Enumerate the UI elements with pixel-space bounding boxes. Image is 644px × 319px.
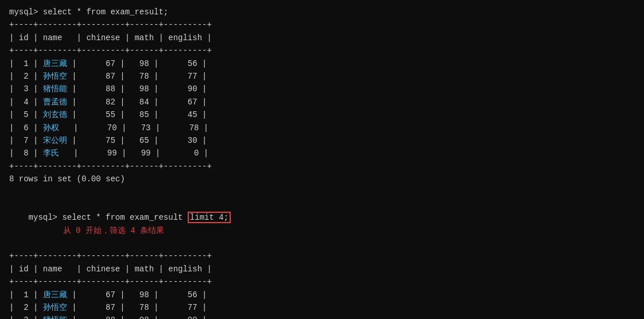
table-row: | 3 | 猪悟能 | 88 | 98 | 90 | [9, 83, 635, 95]
table-row: | 7 | 宋公明 | 75 | 65 | 30 | [9, 134, 635, 147]
comment-text: 从 0 开始，筛选 4 条结果 [63, 224, 164, 237]
query1-line: mysql> select * from exam_result; [9, 6, 635, 18]
query2-highlight: limit 4; [188, 212, 231, 223]
table-row: | 2 | 孙悟空 | 87 | 78 | 77 | [9, 301, 635, 314]
table-row: | 5 | 刘玄德 | 55 | 85 | 45 | [9, 108, 635, 121]
table-row: | 1 | 唐三藏 | 67 | 98 | 56 | [9, 289, 635, 301]
query2-prefix: mysql> select * from exam_result [29, 213, 188, 222]
table2-header: | id | name | chinese | math | english | [9, 263, 635, 275]
blank-line [9, 185, 635, 198]
sep1-top: +----+--------+---------+------+--------… [9, 18, 635, 31]
query2-line: mysql> select * from exam_result limit 4… [9, 199, 635, 250]
table-row: | 8 | 李氏 | 99 | 99 | 0 | [9, 147, 635, 160]
sep1-bot: +----+--------+---------+------+--------… [9, 160, 635, 173]
sep2-top: +----+--------+---------+------+--------… [9, 250, 635, 262]
sep1-mid: +----+--------+---------+------+--------… [9, 44, 635, 57]
header2-math: math [134, 264, 154, 274]
sep2-mid: +----+--------+---------+------+--------… [9, 275, 635, 288]
table-row: | 6 | 孙权 | 70 | 73 | 78 | [9, 122, 635, 134]
table-row: | 2 | 孙悟空 | 87 | 78 | 77 | [9, 70, 635, 83]
rows-info-1: 8 rows in set (0.00 sec) [9, 173, 635, 185]
table-header: | id | name | chinese | math | english | [9, 32, 635, 44]
terminal-container: mysql> select * from exam_result; +----+… [9, 6, 635, 319]
table-row: | 3 | 猪悟能 | 88 | 98 | 90 | [9, 314, 635, 319]
table-row: | 1 | 唐三藏 | 67 | 98 | 56 | [9, 57, 635, 70]
table-row: | 4 | 曹孟德 | 82 | 84 | 67 | [9, 96, 635, 108]
header-math: math [134, 33, 154, 42]
